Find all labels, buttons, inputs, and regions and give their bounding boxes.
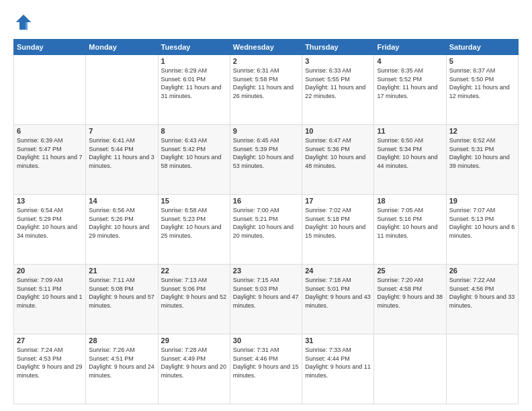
col-header-sunday: Sunday	[14, 40, 86, 55]
day-number: 3	[305, 57, 371, 65]
calendar-cell: 25Sunrise: 7:20 AMSunset: 4:58 PMDayligh…	[374, 265, 446, 334]
day-info: Sunrise: 7:02 AMSunset: 5:18 PMDaylight:…	[305, 206, 371, 240]
day-info: Sunrise: 6:35 AMSunset: 5:52 PMDaylight:…	[377, 66, 443, 100]
day-number: 20	[17, 267, 83, 275]
day-info: Sunrise: 6:54 AMSunset: 5:29 PMDaylight:…	[17, 206, 83, 240]
day-number: 26	[449, 267, 515, 275]
day-info: Sunrise: 7:15 AMSunset: 5:03 PMDaylight:…	[233, 276, 299, 310]
day-number: 24	[305, 267, 371, 275]
calendar-cell: 2Sunrise: 6:31 AMSunset: 5:58 PMDaylight…	[230, 55, 302, 125]
day-number: 9	[233, 127, 299, 135]
day-info: Sunrise: 7:11 AMSunset: 5:08 PMDaylight:…	[89, 276, 154, 310]
day-number: 31	[305, 336, 371, 345]
calendar-cell: 22Sunrise: 7:13 AMSunset: 5:06 PMDayligh…	[158, 265, 230, 334]
calendar: SundayMondayTuesdayWednesdayThursdayFrid…	[13, 39, 519, 404]
day-number: 11	[377, 127, 443, 135]
day-info: Sunrise: 6:31 AMSunset: 5:58 PMDaylight:…	[233, 66, 299, 100]
calendar-cell: 29Sunrise: 7:28 AMSunset: 4:49 PMDayligh…	[158, 334, 230, 404]
calendar-cell: 6Sunrise: 6:39 AMSunset: 5:47 PMDaylight…	[14, 125, 86, 195]
day-info: Sunrise: 7:07 AMSunset: 5:13 PMDaylight:…	[449, 206, 515, 240]
calendar-cell: 14Sunrise: 6:56 AMSunset: 5:26 PMDayligh…	[86, 195, 158, 265]
calendar-cell: 23Sunrise: 7:15 AMSunset: 5:03 PMDayligh…	[230, 265, 302, 334]
calendar-cell: 27Sunrise: 7:24 AMSunset: 4:53 PMDayligh…	[14, 334, 86, 404]
calendar-cell: 16Sunrise: 7:00 AMSunset: 5:21 PMDayligh…	[230, 195, 302, 265]
day-info: Sunrise: 7:20 AMSunset: 4:58 PMDaylight:…	[377, 276, 443, 310]
calendar-cell: 24Sunrise: 7:18 AMSunset: 5:01 PMDayligh…	[302, 265, 374, 334]
calendar-week-1: 1Sunrise: 6:29 AMSunset: 6:01 PMDaylight…	[14, 55, 519, 125]
calendar-cell	[374, 334, 446, 404]
col-header-saturday: Saturday	[446, 40, 518, 55]
day-number: 8	[161, 127, 227, 135]
calendar-cell: 21Sunrise: 7:11 AMSunset: 5:08 PMDayligh…	[86, 265, 158, 334]
day-number: 12	[449, 127, 515, 135]
day-number: 10	[305, 127, 371, 135]
day-info: Sunrise: 6:37 AMSunset: 5:50 PMDaylight:…	[449, 66, 515, 100]
day-number: 5	[449, 57, 515, 65]
day-number: 27	[17, 336, 83, 345]
calendar-cell: 1Sunrise: 6:29 AMSunset: 6:01 PMDaylight…	[158, 55, 230, 125]
svg-marker-0	[16, 15, 32, 30]
col-header-thursday: Thursday	[302, 40, 374, 55]
day-info: Sunrise: 7:24 AMSunset: 4:53 PMDaylight:…	[17, 346, 83, 379]
day-info: Sunrise: 6:41 AMSunset: 5:44 PMDaylight:…	[89, 136, 154, 170]
calendar-week-4: 20Sunrise: 7:09 AMSunset: 5:11 PMDayligh…	[14, 265, 519, 334]
day-number: 1	[161, 57, 227, 65]
day-info: Sunrise: 7:13 AMSunset: 5:06 PMDaylight:…	[161, 276, 227, 310]
calendar-cell: 3Sunrise: 6:33 AMSunset: 5:55 PMDaylight…	[302, 55, 374, 125]
calendar-cell: 7Sunrise: 6:41 AMSunset: 5:44 PMDaylight…	[86, 125, 158, 195]
day-number: 22	[161, 267, 227, 275]
calendar-cell: 8Sunrise: 6:43 AMSunset: 5:42 PMDaylight…	[158, 125, 230, 195]
day-number: 29	[161, 336, 227, 345]
calendar-cell: 15Sunrise: 6:58 AMSunset: 5:23 PMDayligh…	[158, 195, 230, 265]
day-info: Sunrise: 7:33 AMSunset: 4:44 PMDaylight:…	[305, 346, 371, 379]
day-number: 23	[233, 267, 299, 275]
day-info: Sunrise: 7:26 AMSunset: 4:51 PMDaylight:…	[89, 346, 154, 379]
day-number: 17	[305, 197, 371, 205]
day-info: Sunrise: 6:39 AMSunset: 5:47 PMDaylight:…	[17, 136, 83, 170]
day-number: 14	[89, 197, 154, 205]
day-info: Sunrise: 7:28 AMSunset: 4:49 PMDaylight:…	[161, 346, 227, 379]
day-number: 6	[17, 127, 83, 135]
day-number: 16	[233, 197, 299, 205]
day-number: 2	[233, 57, 299, 65]
header	[13, 12, 519, 32]
calendar-cell: 11Sunrise: 6:50 AMSunset: 5:34 PMDayligh…	[374, 125, 446, 195]
day-info: Sunrise: 6:43 AMSunset: 5:42 PMDaylight:…	[161, 136, 227, 170]
calendar-week-5: 27Sunrise: 7:24 AMSunset: 4:53 PMDayligh…	[14, 334, 519, 404]
calendar-cell: 13Sunrise: 6:54 AMSunset: 5:29 PMDayligh…	[14, 195, 86, 265]
day-number: 7	[89, 127, 154, 135]
calendar-cell: 5Sunrise: 6:37 AMSunset: 5:50 PMDaylight…	[446, 55, 518, 125]
calendar-cell: 28Sunrise: 7:26 AMSunset: 4:51 PMDayligh…	[86, 334, 158, 404]
calendar-cell: 31Sunrise: 7:33 AMSunset: 4:44 PMDayligh…	[302, 334, 374, 404]
calendar-cell: 19Sunrise: 7:07 AMSunset: 5:13 PMDayligh…	[446, 195, 518, 265]
calendar-cell	[446, 334, 518, 404]
day-info: Sunrise: 6:29 AMSunset: 6:01 PMDaylight:…	[161, 66, 227, 100]
day-info: Sunrise: 7:22 AMSunset: 4:56 PMDaylight:…	[449, 276, 515, 310]
day-info: Sunrise: 7:18 AMSunset: 5:01 PMDaylight:…	[305, 276, 371, 310]
calendar-cell: 9Sunrise: 6:45 AMSunset: 5:39 PMDaylight…	[230, 125, 302, 195]
day-info: Sunrise: 6:50 AMSunset: 5:34 PMDaylight:…	[377, 136, 443, 170]
day-number: 13	[17, 197, 83, 205]
day-number: 15	[161, 197, 227, 205]
day-number: 19	[449, 197, 515, 205]
calendar-cell: 17Sunrise: 7:02 AMSunset: 5:18 PMDayligh…	[302, 195, 374, 265]
calendar-cell: 10Sunrise: 6:47 AMSunset: 5:36 PMDayligh…	[302, 125, 374, 195]
col-header-friday: Friday	[374, 40, 446, 55]
calendar-cell	[14, 55, 86, 125]
logo	[13, 12, 36, 32]
day-info: Sunrise: 6:45 AMSunset: 5:39 PMDaylight:…	[233, 136, 299, 170]
col-header-tuesday: Tuesday	[158, 40, 230, 55]
day-number: 30	[233, 336, 299, 345]
day-info: Sunrise: 6:33 AMSunset: 5:55 PMDaylight:…	[305, 66, 371, 100]
day-number: 21	[89, 267, 154, 275]
day-number: 4	[377, 57, 443, 65]
calendar-cell: 20Sunrise: 7:09 AMSunset: 5:11 PMDayligh…	[14, 265, 86, 334]
day-number: 28	[89, 336, 154, 345]
calendar-cell: 12Sunrise: 6:52 AMSunset: 5:31 PMDayligh…	[446, 125, 518, 195]
day-number: 25	[377, 267, 443, 275]
calendar-week-3: 13Sunrise: 6:54 AMSunset: 5:29 PMDayligh…	[14, 195, 519, 265]
calendar-header-row: SundayMondayTuesdayWednesdayThursdayFrid…	[14, 40, 519, 55]
logo-icon	[13, 12, 34, 32]
day-info: Sunrise: 6:58 AMSunset: 5:23 PMDaylight:…	[161, 206, 227, 240]
calendar-cell: 26Sunrise: 7:22 AMSunset: 4:56 PMDayligh…	[446, 265, 518, 334]
